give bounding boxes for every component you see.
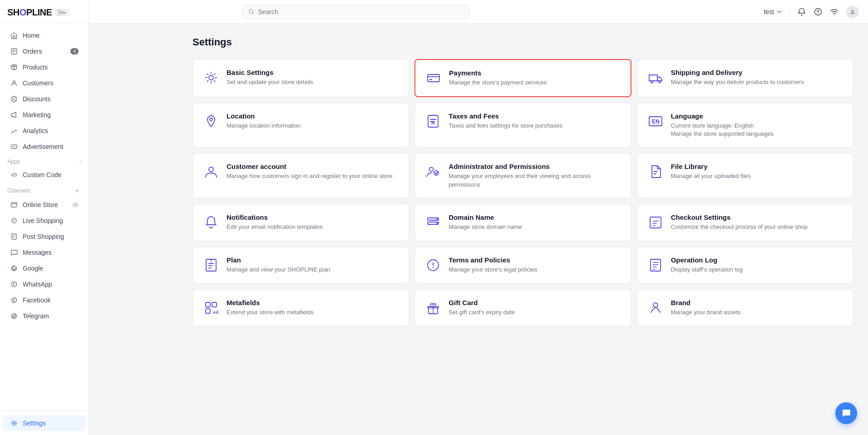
discounts-icon [10,95,18,103]
sidebar-item-facebook[interactable]: Facebook [3,292,86,308]
sidebar-item-messages[interactable]: Messages [3,245,86,260]
card-title-admin-permissions: Administrator and Permissions [449,163,621,170]
settings-grid: Basic Settings Set and update your store… [192,59,853,326]
page-title: Settings [192,36,853,48]
card-desc-admin-permissions: Manage your employees and their viewing … [449,172,621,188]
sidebar-item-custom-code[interactable]: Custom Code [3,167,86,183]
card-content-customer-account: Customer account Manage how customers si… [227,163,399,180]
chat-fab[interactable] [835,402,857,424]
whatsapp-icon [10,280,18,288]
settings-card-checkout-settings[interactable]: Checkout Settings Customize the checkout… [637,204,853,241]
settings-card-brand[interactable]: Brand Manage your brand assets [637,289,853,326]
search-input[interactable] [258,8,464,15]
settings-card-gift-card[interactable]: Gift Card Set gift card's expiry date [414,289,631,326]
card-title-operation-log: Operation Log [671,256,844,264]
apps-expand-icon: › [79,159,81,164]
svg-rect-39 [206,309,210,313]
sidebar-item-live-shopping[interactable]: Live Shopping [3,213,86,228]
notification-icon[interactable] [797,7,806,16]
settings-card-notifications[interactable]: Notifications Edit your email notificati… [192,204,409,241]
settings-card-payments[interactable]: Payments Manage the store's payment serv… [414,59,631,97]
apps-section[interactable]: Apps › [0,155,89,167]
svg-rect-38 [212,302,217,307]
header: test [89,0,868,24]
settings-card-language[interactable]: EN Language Current store language: Engl… [637,103,853,148]
sidebar-item-orders[interactable]: Orders 4 [3,44,86,59]
sidebar-orders-label: Orders [23,48,42,55]
svg-point-11 [13,422,15,425]
svg-point-20 [651,81,653,83]
sidebar: SHOPLINE Dev Home Orders 4 Products [0,0,89,435]
settings-card-operation-log[interactable]: Operation Log Display staff's operation … [637,247,853,284]
sidebar-item-home[interactable]: Home [3,28,86,43]
card-content-taxes-fees: Taxes and Fees Taxes and fees settings f… [449,112,621,130]
settings-card-taxes-fees[interactable]: Taxes and Fees Taxes and fees settings f… [414,103,631,148]
channels-section[interactable]: Channels + [0,183,89,197]
sidebar-item-post-shopping[interactable]: Post Shopping [3,229,86,244]
card-desc-customer-account: Manage how customers sign in and registe… [227,172,399,180]
card-icon-location [202,112,220,130]
custom-code-icon [10,171,18,179]
orders-icon [10,47,18,55]
customers-icon [10,79,18,87]
products-icon [10,63,18,71]
avatar[interactable] [846,5,859,18]
sidebar-telegram-label: Telegram [23,312,49,320]
svg-point-1 [13,81,15,83]
apps-label: Apps [7,158,20,165]
card-icon-terms-policies [424,256,442,274]
sidebar-item-advertisement[interactable]: Advertisement [3,139,86,154]
card-title-language: Language [671,112,844,120]
settings-card-location[interactable]: Location Manage location information [192,103,409,148]
card-desc-shipping-delivery: Manage the way you deliver products to c… [671,78,844,86]
sidebar-item-marketing[interactable]: Marketing [3,107,86,123]
sidebar-item-analytics[interactable]: Analytics [3,123,86,138]
sidebar-messages-label: Messages [23,249,52,256]
settings-card-terms-policies[interactable]: Terms and Policies Manage your store's l… [414,247,631,284]
svg-point-22 [210,118,212,121]
card-title-metafields: Metafields [227,299,399,306]
settings-card-admin-permissions[interactable]: Administrator and Permissions Manage you… [414,153,631,198]
sidebar-item-telegram[interactable]: Telegram [3,308,86,324]
card-title-shipping-delivery: Shipping and Delivery [671,69,844,76]
card-desc-metafields: Extend your store with metafields [227,308,399,316]
settings-card-basic-settings[interactable]: Basic Settings Set and update your store… [192,59,409,97]
svg-point-8 [12,282,17,287]
settings-card-plan[interactable]: Plan Manage and view your SHOPLINE plan [192,247,409,284]
card-icon-metafields: Ad [202,299,220,317]
settings-card-file-library[interactable]: File Library Manage all your uploaded fi… [637,153,853,198]
dev-badge: Dev [55,9,69,16]
card-icon-customer-account [202,163,220,181]
search-bar[interactable] [242,5,469,19]
settings-card-customer-account[interactable]: Customer account Manage how customers si… [192,153,409,198]
card-content-plan: Plan Manage and view your SHOPLINE plan [227,256,399,274]
sidebar-bottom: Settings [0,411,89,435]
help-icon[interactable] [814,7,823,16]
marketing-icon [10,111,18,119]
channels-add-icon[interactable]: + [73,187,81,195]
settings-card-domain-name[interactable]: Domain Name Manage store domain name [414,204,631,241]
sidebar-item-products[interactable]: Products [3,59,86,75]
sidebar-item-discounts[interactable]: Discounts [3,91,86,107]
card-desc-basic-settings: Set and update your store details [227,78,399,86]
sidebar-analytics-label: Analytics [23,127,48,134]
card-desc-location: Manage location information [227,122,399,130]
card-content-metafields: Metafields Extend your store with metafi… [227,299,399,316]
sidebar-item-online-store[interactable]: Online Store [3,197,86,213]
sidebar-item-customers[interactable]: Customers [3,75,86,91]
settings-card-metafields[interactable]: Ad Metafields Extend your store with met… [192,289,409,326]
card-title-file-library: File Library [671,163,844,170]
card-content-checkout-settings: Checkout Settings Customize the checkout… [671,213,844,231]
user-name: test [764,8,774,15]
sidebar-item-settings[interactable]: Settings [3,415,86,431]
card-desc-language: Current store language: EnglishManage th… [671,122,844,138]
divider [789,7,790,16]
user-menu[interactable]: test [764,8,782,15]
sidebar-custom-code-label: Custom Code [23,171,62,178]
logo-area: SHOPLINE Dev [0,0,89,24]
settings-card-shipping-delivery[interactable]: Shipping and Delivery Manage the way you… [637,59,853,97]
sidebar-item-whatsapp[interactable]: WhatsApp [3,277,86,292]
sidebar-item-google[interactable]: Google [3,261,86,276]
sidebar-live-shopping-label: Live Shopping [23,217,63,224]
svg-point-16 [852,10,854,12]
